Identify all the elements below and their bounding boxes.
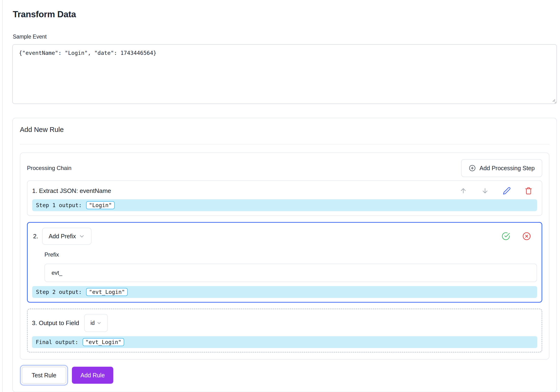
output-field-dropdown[interactable]: id (84, 314, 108, 332)
output-field-selected: id (90, 320, 95, 326)
add-processing-step-label: Add Processing Step (480, 165, 535, 172)
card-divider (20, 144, 549, 145)
arrow-up-icon (460, 187, 467, 195)
move-step-up-button[interactable] (459, 186, 468, 195)
cancel-step-button[interactable] (522, 232, 531, 240)
step-1-row: 1. Extract JSON: eventName (32, 186, 537, 195)
step-2-output-banner: Step 2 output: "evt_Login" (32, 286, 537, 298)
processing-chain-panel: Processing Chain Add Processing Step 1. … (20, 153, 549, 360)
rule-actions: Test Rule Add Rule (20, 365, 549, 386)
processing-chain-header: Processing Chain Add Processing Step (27, 159, 542, 177)
page-title: Transform Data (13, 10, 557, 20)
step-1-output-value: "Login" (86, 201, 115, 209)
final-output-label: Final output: (36, 339, 78, 345)
step-1-output-banner: Step 1 output: "Login" (32, 199, 537, 211)
final-output-banner: Final output: "evt_Login" (32, 336, 537, 348)
step-3-title: 3. Output to Field (32, 319, 79, 327)
delete-step-button[interactable] (524, 186, 533, 195)
add-new-rule-card: Add New Rule Processing Chain Add Proces… (12, 118, 557, 392)
test-rule-focus-ring: Test Rule (20, 365, 68, 386)
step-1-icon-row (459, 186, 533, 195)
final-output-value: "evt_Login" (82, 338, 124, 346)
trash-icon (525, 187, 533, 195)
step-card-1: 1. Extract JSON: eventName (27, 180, 542, 216)
transform-data-page: Transform Data Sample Event {"eventName"… (2, 0, 560, 392)
chevron-down-icon (97, 320, 102, 325)
arrow-down-icon (481, 187, 489, 195)
edit-step-button[interactable] (502, 186, 511, 195)
step-type-dropdown[interactable]: Add Prefix (42, 228, 91, 245)
test-rule-button[interactable]: Test Rule (22, 367, 66, 384)
sample-event-wrap: {"eventName": "Login", "date": 174344656… (12, 44, 557, 104)
step-2-head: 2. Add Prefix (32, 228, 91, 245)
move-step-down-button[interactable] (481, 186, 489, 195)
x-circle-icon (522, 232, 531, 240)
step-card-2: 2. Add Prefix (27, 222, 542, 303)
step-2-output-value: "evt_Login" (86, 288, 128, 296)
step-card-3: 3. Output to Field id Final output: "evt… (27, 309, 542, 353)
confirm-step-button[interactable] (502, 232, 510, 240)
add-new-rule-heading: Add New Rule (20, 126, 549, 134)
prefix-label: Prefix (44, 251, 59, 258)
sample-event-textarea[interactable]: {"eventName": "Login", "date": 174344656… (12, 44, 557, 104)
check-circle-icon (502, 232, 510, 240)
prefix-input[interactable] (44, 264, 537, 282)
processing-chain-title: Processing Chain (27, 165, 71, 171)
pencil-icon (503, 187, 511, 195)
step-2-icon-row (502, 232, 531, 240)
sample-event-label: Sample Event (13, 34, 557, 40)
chevron-down-icon (79, 233, 85, 239)
step-2-output-label: Step 2 output: (36, 289, 82, 295)
step-1-title: 1. Extract JSON: eventName (32, 187, 111, 195)
step-type-selected: Add Prefix (49, 233, 76, 240)
plus-circle-icon (469, 165, 476, 172)
add-rule-button[interactable]: Add Rule (72, 367, 113, 384)
step-1-output-label: Step 1 output: (36, 202, 82, 208)
step-2-number: 2. (33, 233, 38, 240)
add-processing-step-button[interactable]: Add Processing Step (461, 159, 542, 177)
step-3-head: 3. Output to Field id (32, 314, 537, 332)
step-2-row: 2. Add Prefix (32, 228, 537, 245)
prefix-form-group: Prefix (44, 251, 537, 282)
